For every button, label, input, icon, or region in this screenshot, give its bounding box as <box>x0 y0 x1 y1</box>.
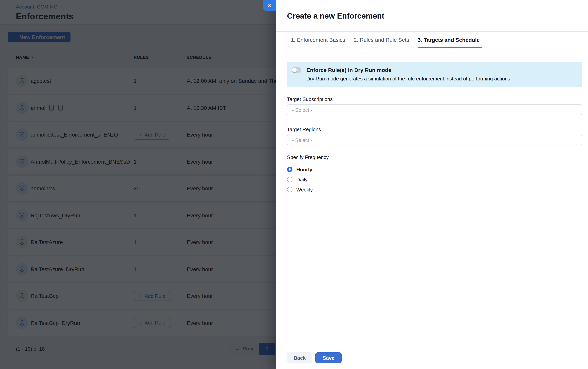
radio-unselected-icon <box>287 177 293 182</box>
drawer-footer: Back Save <box>276 352 588 369</box>
radio-label: Hourly <box>296 167 312 172</box>
drawer-tabs: 1. Enforcement Basics2. Rules and Rule S… <box>276 32 588 48</box>
radio-selected-icon <box>287 167 293 172</box>
drawer-content: Enforce Rule(s) in Dry Run mode Dry Run … <box>276 48 588 195</box>
radio-option-weekly[interactable]: Weekly <box>287 184 582 195</box>
target-regions-label: Target Regions <box>287 127 582 132</box>
target-subscriptions-label: Target Subscriptions <box>287 96 582 102</box>
target-regions-select[interactable]: - Select - <box>287 135 582 145</box>
app-root: Account: CCM-NG Enforcements + New Enfor… <box>0 0 588 369</box>
tab-3[interactable]: 3. Targets and Schedule <box>418 32 480 48</box>
dry-run-title: Enforce Rule(s) in Dry Run mode <box>306 67 510 73</box>
specify-frequency-label: Specify Frequency <box>287 154 582 160</box>
radio-label: Weekly <box>296 187 313 192</box>
save-button[interactable]: Save <box>315 352 342 363</box>
toggle-knob <box>292 68 297 72</box>
dry-run-banner: Enforce Rule(s) in Dry Run mode Dry Run … <box>287 62 582 87</box>
select-placeholder: - Select - <box>292 107 312 113</box>
dry-run-toggle[interactable] <box>292 67 301 73</box>
create-enforcement-drawer: Create a new Enforcement 1. Enforcement … <box>276 0 588 369</box>
tab-1[interactable]: 1. Enforcement Basics <box>291 32 345 48</box>
tab-2[interactable]: 2. Rules and Rule Sets <box>354 32 409 48</box>
dry-run-text: Enforce Rule(s) in Dry Run mode Dry Run … <box>306 67 510 82</box>
select-placeholder: - Select - <box>292 137 312 143</box>
back-button[interactable]: Back <box>287 352 312 363</box>
drawer-header: Create a new Enforcement <box>276 0 588 32</box>
frequency-options: HourlyDailyWeekly <box>287 164 582 195</box>
drawer-title: Create a new Enforcement <box>287 12 577 20</box>
radio-option-hourly[interactable]: Hourly <box>287 164 582 174</box>
close-icon: × <box>268 2 271 9</box>
radio-label: Daily <box>296 177 308 182</box>
dry-run-description: Dry Run mode generates a simulation of t… <box>306 76 510 82</box>
radio-option-daily[interactable]: Daily <box>287 174 582 184</box>
radio-unselected-icon <box>287 187 293 192</box>
close-drawer-button[interactable]: × <box>263 0 276 11</box>
target-subscriptions-select[interactable]: - Select - <box>287 104 582 115</box>
